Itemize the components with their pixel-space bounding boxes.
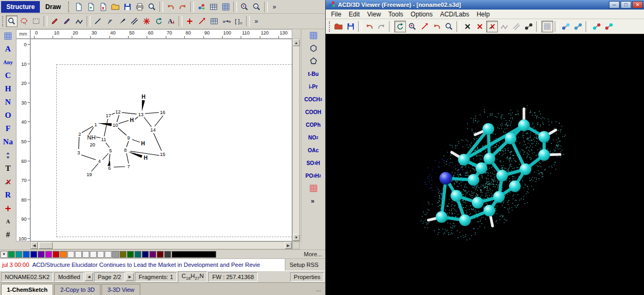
maximize-button[interactable]: □ <box>621 1 631 8</box>
tab-3-3d-view[interactable]: 3-3D View <box>101 284 140 295</box>
color-swatch[interactable] <box>23 251 30 258</box>
single-bond-tool[interactable] <box>92 15 104 27</box>
open-button[interactable] <box>109 1 121 13</box>
wireframe-style-button[interactable] <box>523 21 535 32</box>
double-bond-tool[interactable] <box>129 15 140 27</box>
zoom-select-tool[interactable] <box>6 15 18 27</box>
scroll-left-button[interactable]: ◀ <box>31 242 38 249</box>
group-oac-button[interactable]: OAc <box>302 144 325 157</box>
group-so3h-button[interactable]: SO3H <box>302 157 325 169</box>
structure-menu[interactable]: Structure <box>1 1 40 13</box>
drawing-canvas[interactable]: 12345678910111213141516171920NHHHHH <box>30 39 292 241</box>
menu-edit[interactable]: Edit <box>345 10 363 19</box>
updown-button[interactable] <box>1 149 15 162</box>
atom-f-button[interactable]: F <box>1 122 15 135</box>
color-swatch[interactable] <box>15 251 22 258</box>
table-dock-button[interactable] <box>302 29 325 42</box>
prev-page-button[interactable]: ◀ <box>85 273 93 281</box>
print-button[interactable] <box>134 1 146 13</box>
setup-rss-button[interactable]: Setup RSS <box>290 262 318 268</box>
benzene-template-button[interactable] <box>302 42 325 55</box>
ticker-headline[interactable]: ACD/Structure Elucidator Continues to Le… <box>32 262 260 268</box>
scrollbar-thumb[interactable] <box>39 242 53 249</box>
palette-more-button[interactable]: More... <box>304 251 322 257</box>
viewer3d-titlebar[interactable]: ACD/3D Viewer (Freeware) - [noname02.s3d… <box>326 0 644 10</box>
draw-menu[interactable]: Draw <box>41 1 65 13</box>
viewer3d-canvas[interactable] <box>326 34 644 295</box>
color-swatch[interactable] <box>134 251 141 258</box>
redo-3d-button[interactable] <box>376 21 387 32</box>
make-bond-tool[interactable] <box>474 21 486 32</box>
color-swatch[interactable] <box>82 251 89 258</box>
dock-expand-button[interactable]: » <box>302 195 325 207</box>
menu-tools[interactable]: Tools <box>385 10 406 19</box>
color-swatch[interactable] <box>90 251 97 258</box>
toolbar1-overflow-button[interactable]: » <box>269 1 281 13</box>
color-swatch[interactable] <box>30 251 37 258</box>
horizontal-scrollbar[interactable]: ◀ ▶ <box>30 241 292 249</box>
color-swatch[interactable] <box>8 251 15 258</box>
tab-1-chemsketch[interactable]: 1-ChemSketch <box>1 284 53 295</box>
color-swatch[interactable] <box>127 251 134 258</box>
atom-o-button[interactable]: O <box>1 109 15 122</box>
rgroup-button[interactable]: R <box>1 188 15 202</box>
move-3d-tool[interactable] <box>419 21 430 32</box>
zoom-3d-tool[interactable] <box>443 21 455 32</box>
tabs-overflow[interactable]: ... <box>316 286 321 292</box>
menu-acd-labs[interactable]: ACD/Labs <box>437 10 472 19</box>
group-no2-button[interactable]: NO2 <box>302 131 325 144</box>
color-swatch[interactable] <box>142 251 149 258</box>
color-swatch[interactable] <box>112 251 119 258</box>
open-3d-button[interactable] <box>333 21 344 32</box>
tab-2-copy-to-3d[interactable]: 2-Copy to 3D <box>54 284 100 295</box>
copy-to-3d-button[interactable] <box>196 1 207 13</box>
color-swatch[interactable] <box>105 251 112 258</box>
undo-3d-button[interactable] <box>363 21 375 32</box>
group-po3h2-button[interactable]: PO3H2 <box>302 169 325 182</box>
print-preview-button[interactable] <box>146 1 158 13</box>
redo-button[interactable] <box>177 1 189 13</box>
black-color-bar[interactable] <box>172 251 216 258</box>
insert-page-button[interactable]: + <box>85 1 97 13</box>
delete-bond-button[interactable] <box>1 175 15 188</box>
atom-any-button[interactable]: A <box>1 42 15 56</box>
toolbar-drag-handle[interactable] <box>2 16 4 27</box>
ballstick-style-button[interactable] <box>560 21 572 32</box>
reaction-plus-tool[interactable] <box>184 15 196 27</box>
group-coch3-button[interactable]: COCH3 <box>302 93 325 106</box>
dot-surface-toggle[interactable] <box>541 21 553 32</box>
atom-n-button[interactable]: N <box>1 96 15 109</box>
atom-h-button[interactable]: H <box>1 82 15 96</box>
save-button[interactable] <box>122 1 133 13</box>
color-swatch[interactable] <box>75 251 82 258</box>
color-swatch[interactable] <box>157 251 164 258</box>
cyclopentane-template-button[interactable] <box>302 55 325 67</box>
group-ipr-button[interactable]: i-Pr <box>302 80 325 93</box>
lasso-select-tool[interactable] <box>18 15 30 27</box>
color-swatch[interactable] <box>38 251 45 258</box>
zoom-out-button[interactable]: - <box>251 1 262 13</box>
periodic-table-button[interactable] <box>220 1 232 13</box>
color-swatch[interactable] <box>60 251 67 258</box>
charge-view-tool[interactable]: + <box>406 21 418 32</box>
table-tool[interactable] <box>208 15 220 27</box>
rotate-arrow-tool[interactable] <box>153 15 165 27</box>
zoom-in-button[interactable]: + <box>239 1 250 13</box>
menu-file[interactable]: File <box>328 10 344 19</box>
menu-options[interactable]: Options <box>408 10 436 19</box>
toolbar-drag-handle[interactable] <box>329 21 331 32</box>
color-swatch[interactable] <box>67 251 74 258</box>
used-templates-button[interactable] <box>302 182 325 195</box>
next-page-button[interactable]: ▶ <box>126 273 134 281</box>
scroll-right-button[interactable]: ▶ <box>285 242 292 249</box>
properties-button[interactable]: Properties <box>290 272 324 282</box>
draw-chains-tool[interactable] <box>73 15 85 27</box>
close-button[interactable]: ✕ <box>632 1 643 8</box>
color-swatch[interactable] <box>149 251 156 258</box>
charge-plus-button[interactable] <box>1 202 15 215</box>
atom-atom-mapping-tool[interactable]: aa <box>221 15 232 27</box>
periodic-table-dock-button[interactable] <box>1 29 15 42</box>
menu-view[interactable]: View <box>364 10 384 19</box>
atom-na-button[interactable]: Na <box>1 135 15 149</box>
toolbar-drag-handle[interactable] <box>68 2 70 12</box>
